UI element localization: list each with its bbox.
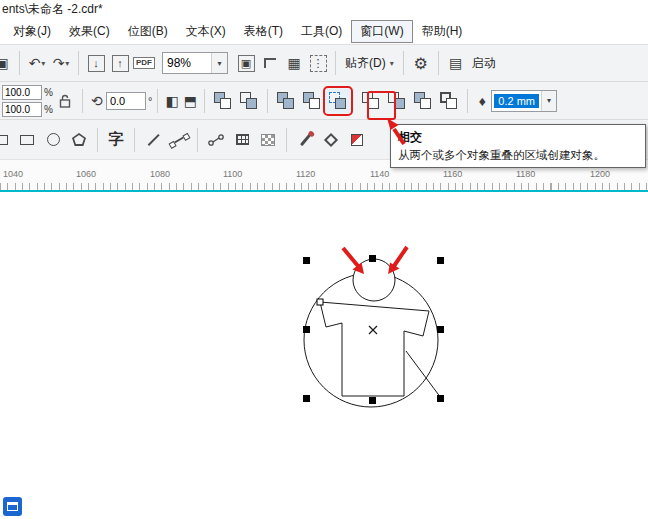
grid-icon: ▦ — [287, 55, 300, 71]
text-tool[interactable]: 字 — [103, 126, 129, 154]
chevron-down-icon: ▾ — [41, 59, 45, 68]
outline-pen-icon: ♦ — [473, 88, 491, 114]
options-button[interactable]: ⚙ — [409, 50, 433, 76]
tooltip-title: 相交 — [398, 129, 638, 146]
menu-tools[interactable]: 工具(O) — [292, 20, 351, 43]
create-boundary-button[interactable] — [437, 89, 461, 113]
scale-x-input[interactable] — [2, 85, 42, 100]
guidelines-icon: ⋮ — [310, 55, 327, 72]
ruler-tick-label: 1080 — [150, 169, 170, 179]
rectangle-tool[interactable] — [14, 126, 40, 154]
guidelines-button[interactable]: ⋮ — [306, 50, 330, 76]
redo-icon: ↷ — [53, 55, 65, 71]
ruler-tick-label: 1040 — [3, 169, 23, 179]
scale-y-input[interactable] — [2, 102, 42, 117]
annotation-arrow-right — [388, 247, 407, 274]
document-title: ents\未命名 -2.cdr* — [2, 1, 103, 18]
eyedropper-tool[interactable] — [292, 126, 318, 154]
export-button[interactable]: ↑ — [108, 50, 132, 76]
menu-text[interactable]: 文本(X) — [177, 20, 235, 43]
dimension-tool[interactable] — [229, 126, 255, 154]
snap-dropdown[interactable]: 贴齐(D) ▾ — [341, 55, 398, 72]
separator — [78, 51, 79, 75]
separator — [197, 128, 198, 152]
rulers-icon — [264, 58, 276, 68]
trim-button[interactable] — [300, 89, 324, 113]
menu-object[interactable]: 对象(J) — [4, 20, 60, 43]
mirror-horizontal-button[interactable]: ◧ — [163, 88, 181, 114]
redo-button[interactable]: ↷ ▾ — [49, 50, 73, 76]
ruler-tick-label: 1200 — [590, 169, 610, 179]
lock-ratio-button[interactable] — [56, 88, 74, 114]
order-front-button[interactable] — [211, 89, 235, 113]
outline-width-value[interactable]: 0.2 mm — [494, 94, 539, 108]
menu-bitmaps[interactable]: 位图(B) — [119, 20, 177, 43]
intersect-button[interactable] — [326, 89, 350, 113]
import-button[interactable]: ↓ — [84, 50, 108, 76]
degree-label: ° — [148, 95, 152, 107]
property-bar: % % ⟲ ° ◧ ⬒ — [0, 81, 648, 119]
launch-app-icon[interactable]: ▤ — [444, 50, 468, 76]
undo-button[interactable]: ↶ ▾ — [25, 50, 49, 76]
export-icon: ↑ — [112, 55, 129, 72]
zoom-input[interactable] — [163, 56, 211, 70]
publish-pdf-button[interactable]: PDF — [132, 50, 156, 76]
chevron-down-icon[interactable]: ▾ — [211, 53, 227, 73]
bottom-left-window-icon[interactable] — [3, 497, 22, 516]
ruler-tick-label: 1160 — [443, 169, 462, 179]
chevron-down-icon[interactable]: ▾ — [541, 91, 556, 111]
rotation-field — [106, 91, 146, 110]
connector-icon — [208, 134, 224, 146]
menu-window[interactable]: 窗口(W) — [351, 20, 412, 43]
freehand-tool[interactable] — [140, 126, 166, 154]
import-icon: ↓ — [88, 55, 105, 72]
gear-icon: ⚙ — [414, 54, 428, 73]
paste-icon[interactable]: ▣ — [0, 50, 14, 76]
ruler-tick-label: 1180 — [516, 169, 535, 179]
rotation-input[interactable] — [106, 92, 146, 110]
connector-tool[interactable] — [203, 126, 229, 154]
pdf-icon: PDF — [133, 57, 155, 69]
weld-button[interactable] — [274, 89, 298, 113]
canvas-drawing — [0, 192, 648, 519]
separator — [134, 128, 135, 152]
interactive-fill-tool[interactable] — [344, 126, 370, 154]
menu-effects[interactable]: 效果(C) — [60, 20, 119, 43]
separator — [82, 89, 83, 113]
transparency-tool[interactable] — [255, 126, 281, 154]
launch-button[interactable]: 启动 — [468, 55, 500, 72]
dimension-icon — [236, 134, 249, 145]
outline-width-combobox[interactable]: 0.2 mm ▾ — [491, 90, 557, 112]
text-tool-icon: 字 — [109, 130, 124, 149]
guideline[interactable] — [0, 190, 648, 192]
mirror-vertical-button[interactable]: ⬒ — [181, 88, 199, 114]
shape-edit-tool[interactable] — [0, 126, 14, 154]
polygon-tool[interactable] — [66, 126, 92, 154]
separator — [267, 89, 268, 113]
show-grid-button[interactable]: ▦ — [282, 50, 306, 76]
menu-table[interactable]: 表格(T) — [235, 20, 292, 43]
menu-bar: 对象(J) 效果(C) 位图(B) 文本(X) 表格(T) 工具(O) 窗口(W… — [0, 19, 648, 44]
separator — [97, 128, 98, 152]
polygon-icon — [72, 133, 86, 146]
fullscreen-preview-icon[interactable]: ▣ — [234, 50, 258, 76]
fill-tool[interactable] — [318, 126, 344, 154]
back-minus-front-button[interactable] — [411, 89, 435, 113]
ellipse-tool[interactable] — [40, 126, 66, 154]
separator — [286, 128, 287, 152]
show-rulers-button[interactable] — [258, 50, 282, 76]
title-bar: ents\未命名 -2.cdr* — [0, 0, 648, 19]
interactive-fill-icon — [351, 134, 363, 146]
curve-node[interactable] — [317, 299, 323, 305]
order-back-button[interactable] — [237, 89, 261, 113]
undo-icon: ↶ — [29, 55, 41, 71]
drawing-canvas[interactable] — [0, 192, 648, 519]
percent-label: % — [44, 87, 53, 98]
separator — [157, 89, 158, 113]
tshirt-shape[interactable] — [320, 302, 441, 398]
bezier-tool[interactable] — [166, 126, 192, 154]
percent-label: % — [44, 104, 53, 115]
chevron-down-icon: ▾ — [390, 59, 394, 68]
zoom-combobox[interactable]: ▾ — [162, 52, 228, 74]
menu-help[interactable]: 帮助(H) — [413, 20, 472, 43]
